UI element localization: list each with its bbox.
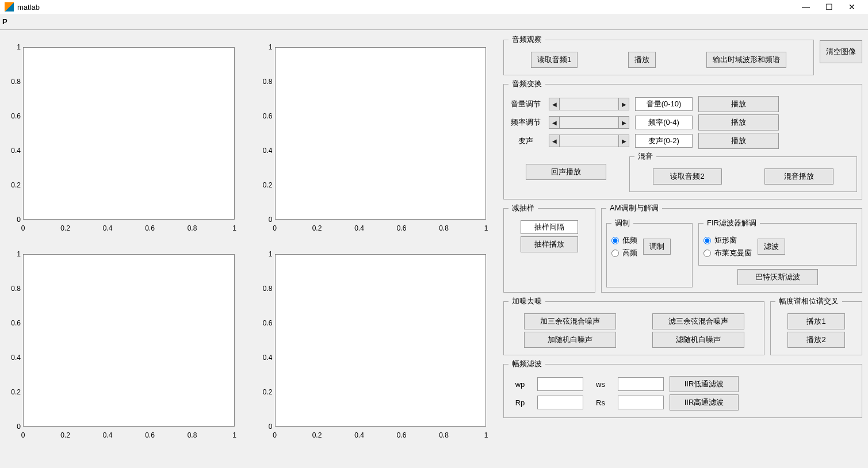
maximize-button[interactable]: ☐ xyxy=(817,2,840,11)
ytick: 0.6 xyxy=(258,112,273,120)
chevron-right-icon[interactable]: ▶ xyxy=(618,117,629,128)
audio-transform-panel: 音频变换 音量调节 ◀▶ 播放 频率调节 ◀▶ 播放 变声 ◀▶ 播放 xyxy=(503,79,862,200)
ytick: 0.6 xyxy=(258,319,273,327)
butterworth-button[interactable]: 巴特沃斯滤波 xyxy=(737,269,818,285)
xtick: 0.2 xyxy=(60,431,70,439)
ytick: 0.8 xyxy=(6,78,21,86)
voice-slider[interactable]: ◀▶ xyxy=(549,135,629,147)
play-button[interactable]: 播放 xyxy=(628,52,656,68)
volume-display[interactable] xyxy=(635,97,693,111)
ytick: 0.2 xyxy=(6,388,21,396)
ws-label: ws xyxy=(589,380,612,389)
filter-white-noise-button[interactable]: 滤随机白噪声 xyxy=(652,332,744,348)
volume-slider[interactable]: ◀▶ xyxy=(549,98,629,110)
ytick: 0.2 xyxy=(258,388,273,396)
ytick: 0 xyxy=(258,423,273,431)
mix-play-button[interactable]: 混音播放 xyxy=(764,168,833,185)
ws-input[interactable] xyxy=(618,377,664,391)
close-button[interactable]: ✕ xyxy=(840,2,863,11)
play1-button[interactable]: 播放1 xyxy=(787,313,845,329)
read-audio2-button[interactable]: 读取音频2 xyxy=(653,168,722,185)
chevron-left-icon[interactable]: ◀ xyxy=(549,117,560,128)
sample-interval-input[interactable] xyxy=(521,220,578,234)
freq-play-button[interactable]: 播放 xyxy=(698,114,779,131)
modulation-legend: 调制 xyxy=(611,218,633,228)
xtick: 0.8 xyxy=(439,224,449,232)
xtick: 1 xyxy=(484,224,488,232)
ytick: 0.6 xyxy=(6,112,21,120)
read-audio1-button[interactable]: 读取音频1 xyxy=(531,52,578,68)
xtick: 1 xyxy=(232,224,236,232)
ytick: 1 xyxy=(6,250,21,258)
wp-input[interactable] xyxy=(537,377,583,391)
axes-1[interactable]: 00.20.40.60.8100.20.40.60.81 xyxy=(6,41,240,237)
axes-4[interactable]: 00.20.40.60.8100.20.40.60.81 xyxy=(258,248,492,444)
toolbar: P xyxy=(0,14,868,30)
downsample-legend: 减抽样 xyxy=(508,203,538,213)
audio-observe-legend: 音频观察 xyxy=(508,34,545,45)
modulate-button[interactable]: 调制 xyxy=(643,239,671,255)
ampfilt-panel: 幅频滤波 wp ws IIR低通滤波 Rp Rs IIR高通滤波 xyxy=(503,359,862,418)
blackman-radio[interactable]: 布莱克曼窗 xyxy=(703,248,752,258)
filter-cosine-noise-button[interactable]: 滤三余弦混合噪声 xyxy=(652,313,744,329)
iir-highpass-button[interactable]: IIR高通滤波 xyxy=(670,394,739,411)
am-legend: AM调制与解调 xyxy=(606,203,662,213)
output-waveform-button[interactable]: 输出时域波形和频谱 xyxy=(706,52,786,68)
ytick: 0.4 xyxy=(258,147,273,155)
echo-play-button[interactable]: 回声播放 xyxy=(526,164,606,180)
cross-legend: 幅度谱相位谱交叉 xyxy=(775,296,842,306)
rp-input[interactable] xyxy=(537,396,583,409)
cross-panel: 幅度谱相位谱交叉 播放1 播放2 xyxy=(770,296,862,355)
freq-label: 频率调节 xyxy=(508,117,543,128)
window-title: matlab xyxy=(17,3,40,11)
lowfreq-radio[interactable]: 低频 xyxy=(611,235,637,245)
xtick: 0.8 xyxy=(439,431,449,439)
iir-lowpass-button[interactable]: IIR低通滤波 xyxy=(670,376,739,392)
axes-2[interactable]: 00.20.40.60.8100.20.40.60.81 xyxy=(258,41,492,237)
mix-legend: 混音 xyxy=(634,151,656,162)
ytick: 0 xyxy=(6,423,21,431)
xtick: 0 xyxy=(273,224,277,232)
ytick: 1 xyxy=(258,43,273,51)
filter-button[interactable]: 滤波 xyxy=(758,239,785,255)
xtick: 0 xyxy=(21,431,25,439)
fir-legend: FIR滤波器解调 xyxy=(703,218,760,228)
add-cosine-noise-button[interactable]: 加三余弦混合噪声 xyxy=(524,313,616,329)
xtick: 0.6 xyxy=(397,431,407,439)
voice-play-button[interactable]: 播放 xyxy=(698,133,779,149)
voice-display[interactable] xyxy=(635,134,693,148)
axes-3[interactable]: 00.20.40.60.8100.20.40.60.81 xyxy=(6,248,240,444)
mix-panel: 混音 读取音频2 混音播放 xyxy=(629,151,857,192)
ytick: 0.6 xyxy=(6,319,21,327)
highfreq-radio[interactable]: 高频 xyxy=(611,248,637,258)
add-white-noise-button[interactable]: 加随机白噪声 xyxy=(524,332,616,348)
volume-play-button[interactable]: 播放 xyxy=(698,96,779,112)
ytick: 0.8 xyxy=(258,78,273,86)
chevron-left-icon[interactable]: ◀ xyxy=(549,135,560,147)
matlab-icon xyxy=(5,2,14,11)
ytick: 0.4 xyxy=(6,147,21,155)
ytick: 0.2 xyxy=(258,181,273,189)
ytick: 0.2 xyxy=(6,181,21,189)
ampfilt-legend: 幅频滤波 xyxy=(508,359,545,369)
rs-input[interactable] xyxy=(618,396,664,409)
chevron-left-icon[interactable]: ◀ xyxy=(549,98,560,110)
ytick: 0.8 xyxy=(6,285,21,293)
sample-play-button[interactable]: 抽样播放 xyxy=(521,236,578,252)
chevron-right-icon[interactable]: ▶ xyxy=(618,98,629,110)
play2-button[interactable]: 播放2 xyxy=(787,332,845,348)
titlebar: matlab — ☐ ✕ xyxy=(0,0,868,14)
noise-legend: 加噪去噪 xyxy=(508,296,545,306)
chevron-right-icon[interactable]: ▶ xyxy=(618,135,629,147)
rect-radio[interactable]: 矩形窗 xyxy=(703,235,752,245)
xtick: 0.4 xyxy=(103,431,113,439)
ytick: 0.8 xyxy=(258,285,273,293)
freq-slider[interactable]: ◀▶ xyxy=(549,116,629,129)
audio-observe-panel: 音频观察 读取音频1 播放 输出时域波形和频谱 xyxy=(503,34,814,75)
xtick: 0.2 xyxy=(312,224,322,232)
modulation-panel: 调制 低频 高频 调制 xyxy=(606,218,693,287)
freq-display[interactable] xyxy=(635,116,693,129)
minimize-button[interactable]: — xyxy=(794,2,817,11)
am-panel: AM调制与解调 调制 低频 高频 调制 xyxy=(601,203,862,293)
clear-image-button[interactable]: 清空图像 xyxy=(820,40,862,63)
